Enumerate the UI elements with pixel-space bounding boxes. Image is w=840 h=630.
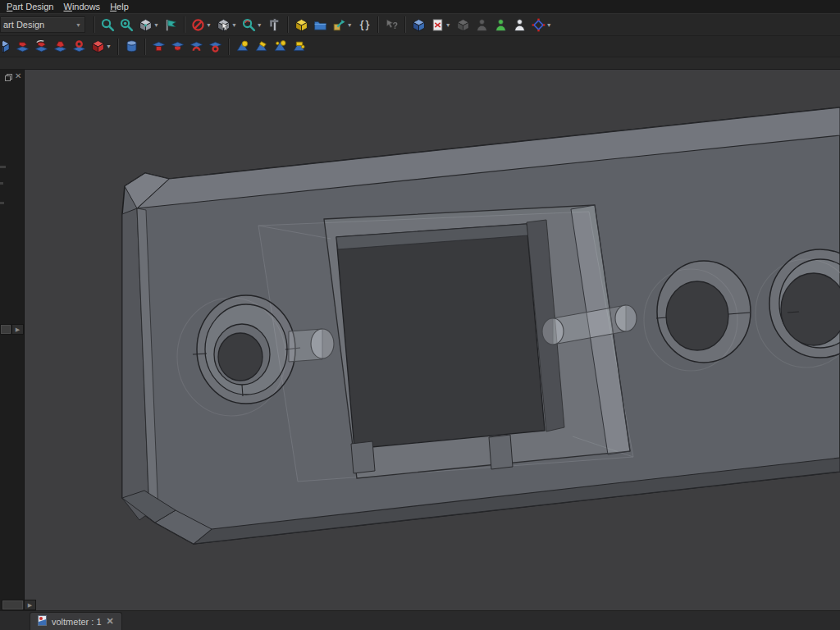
- revolution-icon[interactable]: [33, 38, 50, 56]
- workbench-selector-value: art Design: [3, 20, 44, 30]
- tree-item-fragment[interactable]: [0, 202, 4, 204]
- boolean-cylinder-icon[interactable]: [123, 38, 140, 56]
- document-tab-voltmeter[interactable]: voltmeter : 1 ✕: [30, 612, 122, 630]
- chamfer-icon[interactable]: [253, 38, 270, 56]
- figure-gray-icon: [473, 16, 491, 34]
- whats-this-icon: ?: [383, 16, 400, 34]
- additive-primitive-icon[interactable]: ▼: [89, 38, 113, 56]
- subtractive-pipe-icon[interactable]: [207, 38, 224, 56]
- toolbar-separator: [228, 39, 230, 55]
- toolbar-part-design: ▼: [0, 35, 840, 57]
- scrollbar-right-arrow-icon[interactable]: ▶: [24, 600, 35, 609]
- expression-braces-icon[interactable]: {}: [356, 16, 373, 34]
- menu-item-windows[interactable]: Windows: [60, 1, 107, 13]
- groove-icon[interactable]: [188, 38, 205, 56]
- toolbar-view: art Design ▼ ▼▼▼▼▼{}?▼▼: [0, 13, 840, 35]
- dependency-cube-icon[interactable]: [410, 16, 427, 34]
- create-part-icon[interactable]: [293, 16, 310, 34]
- document-tab-label: voltmeter : 1: [52, 617, 102, 627]
- clipping-plane-icon[interactable]: ▼: [189, 16, 213, 34]
- combo-view-panel: ✕ ▶ ▶: [0, 70, 25, 610]
- create-group-icon[interactable]: [312, 16, 329, 34]
- workbench-selector[interactable]: art Design ▼: [0, 16, 85, 33]
- model-left-pin[interactable]: [289, 329, 334, 362]
- panel-float-icon[interactable]: [5, 74, 12, 83]
- thickness-icon[interactable]: [290, 38, 308, 56]
- make-link-icon[interactable]: ▼: [331, 16, 354, 34]
- axonometric-view-icon[interactable]: ▼: [137, 16, 161, 34]
- panel-close-icon[interactable]: ✕: [15, 72, 21, 80]
- figure-green-icon[interactable]: [492, 16, 509, 34]
- measure-caliper-icon[interactable]: [266, 16, 283, 34]
- tree-item-fragment[interactable]: [0, 182, 3, 185]
- additive-loft-icon[interactable]: [52, 38, 69, 56]
- toolbar-separator: [404, 16, 406, 33]
- freecad-window: Part DesignWindowsHelp art Design ▼ ▼▼▼▼…: [0, 0, 840, 630]
- property-hscrollbar[interactable]: ▶: [2, 600, 36, 610]
- toolbar-separator: [94, 16, 95, 33]
- 3d-viewport-canvas[interactable]: [25, 70, 840, 610]
- menu-item-help[interactable]: Help: [107, 1, 135, 13]
- dock-strip: [0, 57, 840, 70]
- base-box-icon: [454, 16, 472, 34]
- chevron-down-icon: ▼: [75, 22, 81, 28]
- 3d-viewport[interactable]: [25, 70, 840, 610]
- tree-hscrollbar[interactable]: ▶: [0, 324, 24, 335]
- scrollbar-thumb[interactable]: [1, 325, 11, 334]
- freecad-doc-icon: [38, 615, 47, 628]
- hole-icon[interactable]: [169, 38, 186, 56]
- menu-bar: Part DesignWindowsHelp: [0, 0, 840, 13]
- sketch-diamond-icon[interactable]: ▼: [530, 16, 554, 34]
- figure-white-icon[interactable]: [511, 16, 528, 34]
- toolbar-separator: [144, 39, 146, 55]
- draft-icon[interactable]: [272, 38, 289, 56]
- pad-icon[interactable]: [14, 38, 31, 56]
- model-display-cutout[interactable]: [336, 220, 564, 449]
- toolbar-separator: [117, 39, 119, 55]
- scrollbar-right-arrow-icon[interactable]: ▶: [11, 325, 23, 334]
- document-tab-bar: voltmeter : 1 ✕: [0, 610, 840, 630]
- additive-pipe-icon[interactable]: [71, 38, 88, 56]
- scrollbar-thumb[interactable]: [2, 600, 23, 609]
- pocket-icon[interactable]: [150, 38, 167, 56]
- tree-item-fragment[interactable]: [0, 166, 6, 168]
- svg-text:?: ?: [392, 21, 397, 30]
- align-view-flag-icon[interactable]: [162, 16, 180, 34]
- edge-cut-partial-icon[interactable]: [1, 38, 12, 56]
- toolbar-separator: [377, 16, 379, 33]
- svg-text:{}: {}: [358, 19, 370, 30]
- zoom-refresh-icon[interactable]: ▼: [240, 16, 264, 34]
- toolbar-separator: [287, 16, 289, 33]
- zoom-fit-all-icon[interactable]: [99, 16, 116, 34]
- drawing-page-icon[interactable]: ▼: [429, 16, 453, 34]
- menu-item-part-design[interactable]: Part Design: [3, 1, 60, 13]
- zoom-selection-icon[interactable]: [118, 16, 135, 34]
- tab-close-icon[interactable]: ✕: [107, 616, 114, 627]
- selection-view-icon[interactable]: ▼: [215, 16, 239, 34]
- fillet-icon[interactable]: [234, 38, 251, 56]
- toolbar-separator: [184, 16, 185, 33]
